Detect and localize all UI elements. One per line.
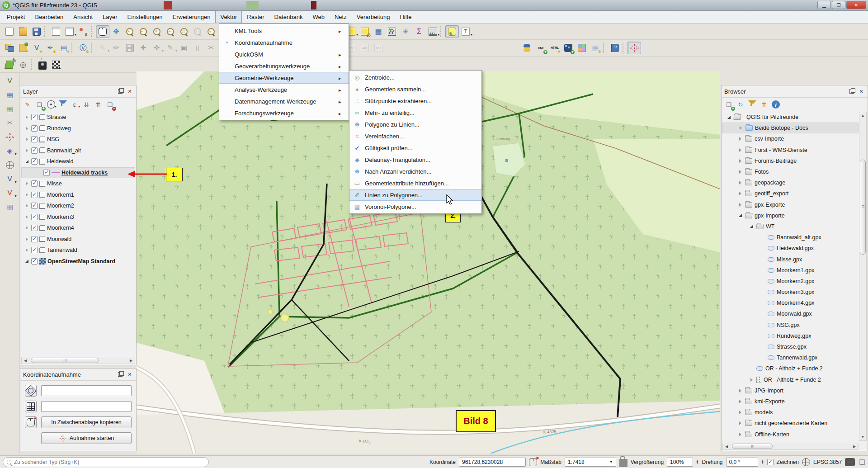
close-panel-button[interactable]: ✕ bbox=[126, 88, 133, 95]
add-selected-layers-button[interactable]: ❏ bbox=[723, 99, 734, 110]
import-photos-button[interactable] bbox=[36, 58, 49, 71]
layer-checkbox[interactable] bbox=[31, 225, 38, 231]
crs-coordinate-field[interactable] bbox=[41, 385, 132, 396]
field-calculator-button[interactable] bbox=[385, 25, 399, 38]
expander-icon[interactable] bbox=[737, 159, 743, 163]
split-tool[interactable]: ✂ bbox=[3, 117, 17, 129]
menu-verarbeitung[interactable]: Verarbeitung bbox=[352, 11, 395, 23]
menu-item-quickosm[interactable]: QuickOSM bbox=[219, 48, 349, 60]
expander-icon[interactable] bbox=[24, 127, 29, 130]
expander-icon[interactable] bbox=[737, 148, 743, 152]
browser-row[interactable]: models bbox=[722, 407, 859, 418]
layer-checkbox[interactable] bbox=[31, 125, 38, 132]
grid-green-tool[interactable]: ▦ bbox=[3, 103, 17, 115]
expander-icon[interactable] bbox=[737, 170, 743, 174]
browser-row[interactable]: Heidewald.gpx bbox=[722, 243, 859, 254]
map-coordinate-button[interactable] bbox=[25, 401, 37, 412]
expander-icon[interactable] bbox=[737, 137, 743, 141]
scale-combobox[interactable]: 1:7418▼ bbox=[565, 458, 616, 467]
browser-row[interactable]: Fotos bbox=[722, 166, 859, 177]
add-vector-layer-button[interactable] bbox=[16, 42, 30, 54]
add-group-button[interactable]: ❏ bbox=[34, 99, 45, 110]
layer-checkbox[interactable] bbox=[31, 136, 38, 142]
layer-checkbox[interactable] bbox=[31, 258, 38, 265]
float-panel-button[interactable] bbox=[117, 88, 124, 95]
browser-row[interactable]: Rundweg.gpx bbox=[722, 331, 859, 341]
multiedit-button[interactable]: ▣ bbox=[177, 42, 191, 54]
browser-row[interactable]: Forst - WMS-Dienste bbox=[722, 145, 859, 156]
expander-icon[interactable] bbox=[24, 115, 29, 119]
html-tools-button[interactable] bbox=[548, 42, 561, 54]
zoom-native-button[interactable]: 1:1 bbox=[191, 25, 204, 38]
zoom-in-button[interactable]: + bbox=[123, 25, 137, 38]
properties-button[interactable] bbox=[770, 99, 781, 110]
layer-checkbox[interactable] bbox=[31, 158, 38, 165]
browser-row[interactable]: Moorkern2.gpx bbox=[722, 276, 859, 287]
mouse-position-icon[interactable] bbox=[529, 458, 537, 466]
menu-raster[interactable]: Raster bbox=[242, 11, 269, 23]
python-console-button[interactable] bbox=[521, 42, 534, 54]
save-project-button[interactable] bbox=[30, 25, 43, 38]
browser-row[interactable]: geotiff_export bbox=[722, 188, 859, 199]
menu-item-geometrie-werkzeuge[interactable]: Geometrie-Werkzeuge bbox=[219, 72, 349, 84]
layer-checkbox[interactable] bbox=[31, 214, 38, 220]
layer-row[interactable]: Moorkern1 bbox=[21, 189, 135, 201]
quickosm-button[interactable] bbox=[561, 42, 575, 54]
menu-item-datenmanagement-werkzeuge[interactable]: Datenmanagement-Werkzeuge bbox=[219, 95, 349, 107]
geo-cube-tool[interactable]: ◈ bbox=[3, 145, 17, 157]
layer-checkbox[interactable] bbox=[31, 203, 38, 209]
menu-item-polygone-zu-linien[interactable]: ❋ Polygone zu Linien... bbox=[349, 118, 481, 130]
pan-to-selection-button[interactable]: ✥ bbox=[109, 25, 123, 38]
browser-row[interactable]: Offline-Karten bbox=[722, 429, 859, 440]
modify-attributes-button[interactable]: ✎ bbox=[164, 42, 177, 54]
menu-item-mehr-zu-einteilig[interactable]: ∞ Mehr- zu einteilig... bbox=[349, 107, 481, 118]
layer-row[interactable]: Moorkern3 bbox=[21, 212, 135, 223]
add-mesh-button[interactable]: ▤ bbox=[57, 42, 71, 54]
label-toolbar-button-5[interactable] bbox=[372, 42, 385, 54]
menu-item-geometrieattribute-hinzufuegen[interactable]: ▭ Geometrieattribute hinzufügen... bbox=[349, 177, 481, 189]
browser-row[interactable]: Strasse.gpx bbox=[722, 341, 859, 352]
delete-selected-button[interactable]: ▯ bbox=[191, 42, 204, 54]
menu-vektor[interactable]: Vektor bbox=[215, 11, 242, 23]
scroll-left-icon[interactable]: ◀ bbox=[22, 357, 29, 364]
zoom-to-layer-button[interactable]: ▤ bbox=[177, 25, 191, 38]
minimize-button[interactable]: ▁ bbox=[817, 1, 831, 9]
collapse-all-button[interactable]: ⇈ bbox=[759, 99, 769, 110]
expander-icon[interactable] bbox=[24, 204, 29, 208]
add-spreadsheet-button[interactable]: ✒ bbox=[43, 42, 57, 54]
vector-tool-a[interactable]: V bbox=[3, 173, 17, 185]
layer-row[interactable]: OpenStreetMap Standard bbox=[21, 256, 135, 267]
expander-icon[interactable] bbox=[749, 225, 754, 228]
layer-checkbox[interactable] bbox=[43, 170, 50, 176]
start-capture-button[interactable]: Aufnahme starten bbox=[41, 432, 132, 444]
zoom-full-button[interactable]: ✥ bbox=[150, 25, 164, 38]
layout-manager-button[interactable] bbox=[63, 25, 76, 38]
quickmap-services-button[interactable] bbox=[3, 58, 16, 71]
capture-point-tool[interactable] bbox=[3, 131, 17, 143]
add-feature-button[interactable]: ✚ bbox=[137, 42, 150, 54]
expander-icon[interactable] bbox=[24, 137, 29, 141]
expander-icon[interactable] bbox=[24, 248, 29, 252]
scroll-down-icon[interactable]: ▼ bbox=[859, 434, 866, 440]
scroll-left-icon[interactable]: ◀ bbox=[723, 443, 730, 449]
close-panel-button[interactable]: ✕ bbox=[858, 88, 865, 95]
expander-icon[interactable] bbox=[737, 203, 743, 207]
menu-bearbeiten[interactable]: Bearbeiten bbox=[30, 11, 68, 23]
text-annotation-button[interactable] bbox=[459, 25, 472, 38]
filter-expression-button[interactable]: ε bbox=[69, 99, 80, 110]
style-manager-button[interactable] bbox=[76, 25, 90, 38]
browser-row[interactable]: Beide Biotope - Docs bbox=[722, 123, 859, 133]
expander-icon[interactable] bbox=[24, 215, 29, 219]
layer-horizontal-scrollbar[interactable]: ◀ ▶ bbox=[21, 357, 135, 364]
browser-row[interactable]: nicht georeferenzierte Karten bbox=[722, 418, 859, 429]
statistics-button[interactable]: Σ bbox=[412, 25, 426, 38]
layer-row[interactable]: Moorwald bbox=[21, 234, 135, 245]
zoom-out-button[interactable]: − bbox=[137, 25, 150, 38]
magnifier-stepper[interactable]: ▲▼ bbox=[696, 460, 699, 464]
place-search-button[interactable]: ◎ bbox=[16, 58, 30, 71]
processing-toolbox-button[interactable]: ✳ bbox=[399, 25, 412, 38]
menu-item-gueltigkeit-pruefen[interactable]: ✔ Gültigkeit prüfen... bbox=[349, 142, 481, 154]
new-project-button[interactable] bbox=[3, 25, 16, 38]
locator-search[interactable] bbox=[3, 457, 209, 467]
browser-row[interactable]: Moorkern1.gpx bbox=[722, 265, 859, 276]
